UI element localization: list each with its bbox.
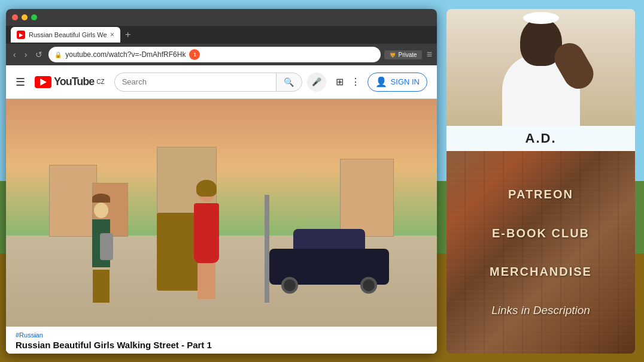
lock-icon: 🔒 bbox=[54, 52, 62, 58]
play-triangle-icon bbox=[40, 79, 47, 86]
person-legs bbox=[93, 270, 110, 303]
youtube-page: ☰ YouTubeCZ 🔍 🎤 ⊞ ⋮ 👤 SIGN IN bbox=[6, 65, 437, 354]
browser-menu-button[interactable]: ≡ bbox=[427, 49, 432, 60]
person-hair bbox=[92, 194, 110, 203]
woman-head bbox=[198, 183, 215, 202]
settings-dots-icon[interactable]: ⋮ bbox=[351, 76, 360, 88]
url-text: youtube.com/watch?v=-DmAhfRF6Hk bbox=[65, 50, 186, 59]
person-head bbox=[94, 203, 108, 218]
youtube-logo[interactable]: YouTubeCZ bbox=[35, 76, 105, 88]
lion-icon: 🦁 bbox=[389, 52, 396, 58]
back-button[interactable]: ‹ bbox=[11, 49, 19, 61]
webcam-person-figure bbox=[481, 9, 601, 126]
close-window-button[interactable] bbox=[12, 14, 18, 20]
ad-label-text: A.D. bbox=[525, 131, 557, 146]
apps-grid-icon[interactable]: ⊞ bbox=[336, 76, 344, 88]
wooden-panel: PATREON E-BOOK CLUB MERCHANDISE Links in… bbox=[446, 151, 635, 354]
building-1 bbox=[49, 165, 97, 237]
car-wheel-left bbox=[281, 277, 298, 294]
sign-in-button[interactable]: 👤 SIGN IN bbox=[367, 73, 427, 92]
address-bar-right: 🦁 Private ≡ bbox=[384, 49, 432, 60]
youtube-logo-icon bbox=[35, 76, 51, 88]
voice-search-button[interactable]: 🎤 bbox=[307, 73, 326, 92]
minimize-window-button[interactable] bbox=[22, 14, 28, 20]
right-panel: A.D. PATREON E-BOOK CLUB MERCHANDISE Lin… bbox=[446, 9, 635, 354]
video-info-section: #Russian Russian Beautiful Girls Walking… bbox=[6, 327, 437, 352]
brave-shield-icon[interactable]: 1 bbox=[189, 49, 200, 60]
tab-title: Russian Beautiful Girls We... bbox=[29, 31, 107, 38]
tab-favicon: ▶ bbox=[17, 31, 25, 39]
reload-button[interactable]: ↺ bbox=[33, 49, 45, 61]
private-mode-badge: 🦁 Private bbox=[384, 50, 422, 59]
header-right-controls: ⊞ ⋮ 👤 SIGN IN bbox=[336, 73, 427, 92]
street-car bbox=[269, 243, 389, 297]
woman-legs bbox=[198, 263, 215, 299]
search-container: 🔍 🎤 bbox=[114, 73, 326, 92]
url-bar[interactable]: 🔒 youtube.com/watch?v=-DmAhfRF6Hk 1 bbox=[48, 47, 380, 62]
search-input[interactable] bbox=[114, 73, 276, 92]
video-title: Russian Beautiful Girls Walking Street -… bbox=[16, 340, 427, 350]
backpack bbox=[100, 233, 113, 260]
video-player[interactable] bbox=[6, 99, 437, 327]
links-in-description[interactable]: Links in Description bbox=[491, 304, 590, 317]
building-4 bbox=[340, 159, 394, 237]
patreon-link[interactable]: PATREON bbox=[508, 188, 573, 201]
maximize-window-button[interactable] bbox=[31, 14, 37, 20]
ebook-club-link[interactable]: E-BOOK CLUB bbox=[492, 227, 590, 240]
forward-button[interactable]: › bbox=[22, 49, 30, 61]
woman-body-dress bbox=[194, 203, 219, 263]
hamburger-menu-icon[interactable]: ☰ bbox=[16, 76, 25, 89]
person-red-dress bbox=[187, 183, 226, 303]
person-with-backpack bbox=[92, 206, 110, 303]
browser-chrome bbox=[6, 9, 437, 26]
address-bar: ‹ › ↺ 🔒 youtube.com/watch?v=-DmAhfRF6Hk … bbox=[6, 44, 437, 65]
youtube-logo-text: YouTube bbox=[54, 76, 94, 88]
merchandise-link[interactable]: MERCHANDISE bbox=[490, 265, 592, 279]
tab-bar: ▶ Russian Beautiful Girls We... × + bbox=[6, 26, 437, 44]
wood-grain-horizontal bbox=[446, 151, 635, 354]
person-icon: 👤 bbox=[375, 76, 387, 88]
webcam-overlay bbox=[446, 9, 635, 126]
browser-tab-active[interactable]: ▶ Russian Beautiful Girls We... × bbox=[11, 27, 120, 43]
browser-window: ▶ Russian Beautiful Girls We... × + ‹ › … bbox=[6, 9, 437, 354]
street-pole bbox=[265, 195, 269, 303]
youtube-region-code: CZ bbox=[96, 79, 104, 85]
ad-label: A.D. bbox=[446, 126, 635, 151]
webcam-hat bbox=[523, 12, 559, 24]
video-hashtag[interactable]: #Russian bbox=[16, 331, 427, 339]
woman-hair bbox=[196, 180, 217, 197]
youtube-header: ☰ YouTubeCZ 🔍 🎤 ⊞ ⋮ 👤 SIGN IN bbox=[6, 65, 437, 99]
search-button[interactable]: 🔍 bbox=[276, 73, 302, 92]
car-wheel-right bbox=[360, 277, 377, 294]
tab-close-button[interactable]: × bbox=[110, 31, 114, 39]
new-tab-button[interactable]: + bbox=[123, 29, 133, 40]
video-actions-bar: 722,024 views 👍 7.9K 👎 432 ↗ SHARE + SAV… bbox=[6, 352, 437, 354]
video-scene bbox=[6, 99, 437, 327]
